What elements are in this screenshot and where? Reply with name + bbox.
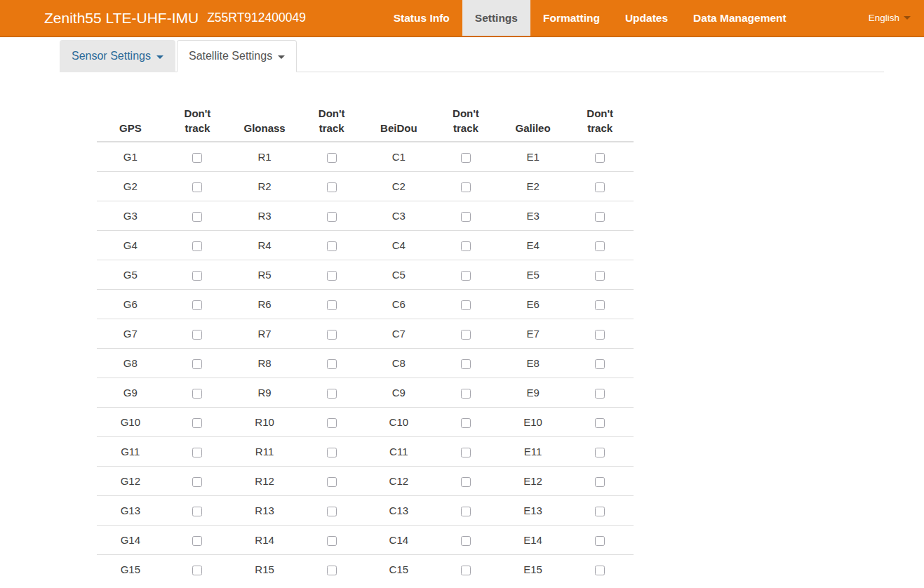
dont-track-checkbox-r8[interactable] [327,359,337,369]
dont-track-checkbox-r4[interactable] [327,241,337,251]
dont-track-checkbox-e12[interactable] [595,477,605,487]
dont-track-checkbox-e11[interactable] [595,448,605,457]
dont-track-checkbox-g15[interactable] [192,566,202,575]
dont-track-checkbox-r6[interactable] [327,300,337,310]
dont-track-cell [298,555,366,584]
dont-track-checkbox-e14[interactable] [595,536,605,546]
tab-sensor-settings[interactable]: Sensor Settings [60,40,175,72]
dont-track-checkbox-g10[interactable] [192,418,202,428]
dont-track-checkbox-r14[interactable] [327,536,337,546]
dont-track-cell [566,142,634,172]
dont-track-checkbox-e8[interactable] [595,359,605,369]
tab-satellite-settings[interactable]: Satellite Settings [177,40,297,72]
dont-track-checkbox-g1[interactable] [192,153,202,163]
nav-item-settings[interactable]: Settings [462,0,530,36]
chevron-down-icon [278,55,285,59]
dont-track-checkbox-c10[interactable] [461,418,471,428]
tab-link[interactable]: Satellite Settings [177,40,297,72]
dont-track-checkbox-c4[interactable] [461,241,471,251]
dont-track-checkbox-g8[interactable] [192,359,202,369]
dont-track-checkbox-c7[interactable] [461,330,471,340]
dont-track-checkbox-e6[interactable] [595,300,605,310]
dont-track-cell [432,260,500,290]
dont-track-checkbox-g12[interactable] [192,477,202,487]
dont-track-checkbox-r12[interactable] [327,477,337,487]
table-row: G2R2C2E2 [97,172,634,201]
dont-track-checkbox-c2[interactable] [461,182,471,192]
satellite-id-r2: R2 [231,172,298,201]
dont-track-checkbox-e9[interactable] [595,389,605,399]
dont-track-checkbox-r13[interactable] [327,507,337,516]
dont-track-checkbox-g2[interactable] [192,182,202,192]
satellite-id-e2: E2 [500,172,567,201]
dont-track-checkbox-c11[interactable] [461,448,471,457]
dont-track-cell [298,526,366,555]
dont-track-checkbox-g7[interactable] [192,330,202,340]
dont-track-checkbox-c8[interactable] [461,359,471,369]
nav-item-status-info[interactable]: Status Info [381,0,462,36]
dont-track-checkbox-c6[interactable] [461,300,471,310]
nav-item-label[interactable]: Settings [462,0,530,36]
dont-track-checkbox-c3[interactable] [461,212,471,222]
dont-track-checkbox-g3[interactable] [192,212,202,222]
dont-track-checkbox-c15[interactable] [461,566,471,575]
satellite-id-r9: R9 [231,378,298,408]
dont-track-checkbox-c12[interactable] [461,477,471,487]
satellite-id-r1: R1 [231,142,298,172]
dont-track-checkbox-e13[interactable] [595,507,605,516]
nav-item-label[interactable]: Data Management [681,0,799,36]
dont-track-checkbox-c1[interactable] [461,153,471,163]
dont-track-checkbox-e1[interactable] [595,153,605,163]
dont-track-checkbox-g14[interactable] [192,536,202,546]
satellite-id-g10: G10 [97,408,164,437]
dont-track-cell [298,201,366,231]
dont-track-checkbox-e3[interactable] [595,212,605,222]
dont-track-cell [432,437,500,467]
dont-track-checkbox-c14[interactable] [461,536,471,546]
dont-track-checkbox-e4[interactable] [595,241,605,251]
satellite-id-g8: G8 [97,349,164,378]
dont-track-checkbox-e5[interactable] [595,271,605,281]
dont-track-checkbox-r7[interactable] [327,330,337,340]
dont-track-checkbox-e10[interactable] [595,418,605,428]
language-dropdown[interactable]: English [866,0,913,36]
nav-item-data-management[interactable]: Data Management [681,0,799,36]
dont-track-checkbox-r11[interactable] [327,448,337,457]
nav-item-label[interactable]: Status Info [381,0,462,36]
dont-track-checkbox-e2[interactable] [595,182,605,192]
dont-track-checkbox-r3[interactable] [327,212,337,222]
column-header-text: BeiDou [371,121,427,135]
dont-track-checkbox-r15[interactable] [327,566,337,575]
dont-track-checkbox-e7[interactable] [595,330,605,340]
dont-track-checkbox-g13[interactable] [192,507,202,516]
dont-track-checkbox-r1[interactable] [327,153,337,163]
dont-track-checkbox-c5[interactable] [461,271,471,281]
dont-track-checkbox-g6[interactable] [192,300,202,310]
nav-item-label[interactable]: Formatting [530,0,612,36]
dont-track-cell [432,172,500,201]
satellite-id-r7: R7 [231,319,298,349]
nav-item-updates[interactable]: Updates [612,0,681,36]
tab-link[interactable]: Sensor Settings [60,40,175,72]
settings-page: Sensor SettingsSatellite Settings GPSDon… [0,40,924,584]
satellite-id-c5: C5 [366,260,433,290]
dont-track-checkbox-e15[interactable] [595,566,605,575]
dont-track-checkbox-c13[interactable] [461,507,471,516]
dont-track-checkbox-c9[interactable] [461,389,471,399]
column-header-text: Don't track [450,106,481,135]
nav-item-formatting[interactable]: Formatting [530,0,612,36]
satellite-id-g7: G7 [97,319,164,349]
dont-track-checkbox-r2[interactable] [327,182,337,192]
satellite-id-e1: E1 [500,142,567,172]
dont-track-checkbox-g5[interactable] [192,271,202,281]
dont-track-checkbox-g11[interactable] [192,448,202,457]
column-header-text: Don't track [182,106,213,135]
dont-track-checkbox-g9[interactable] [192,389,202,399]
dont-track-checkbox-r9[interactable] [327,389,337,399]
dont-track-checkbox-r10[interactable] [327,418,337,428]
dont-track-checkbox-g4[interactable] [192,241,202,251]
column-header-don-t-track-1: Don't track [164,100,232,142]
dont-track-checkbox-r5[interactable] [327,271,337,281]
satellite-id-c13: C13 [366,496,433,526]
nav-item-label[interactable]: Updates [612,0,681,36]
